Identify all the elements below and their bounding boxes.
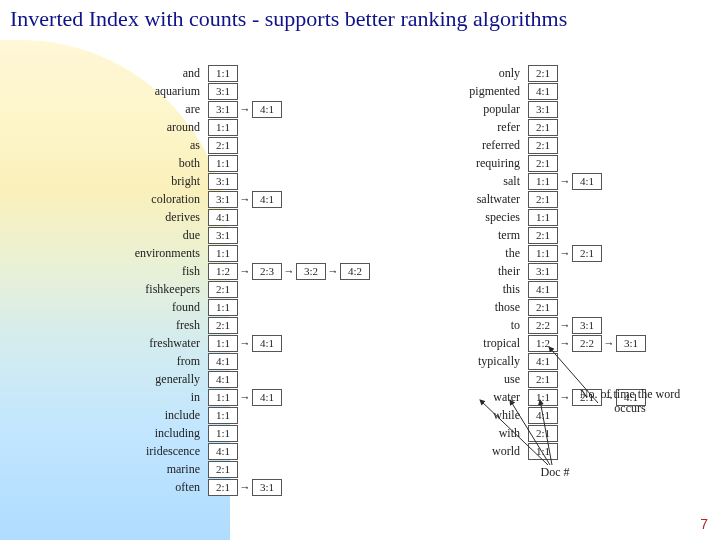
svg-line-3 (540, 400, 552, 465)
note-count-text: No. of time the word occurs (580, 387, 680, 415)
note-docnum-label: Doc # (525, 466, 585, 480)
svg-line-2 (510, 400, 550, 465)
note-docnum-text: Doc # (541, 465, 570, 479)
arrow-to-count (0, 0, 720, 540)
note-count-label: No. of time the word occurs (570, 388, 690, 416)
svg-line-1 (480, 400, 548, 465)
page-number: 7 (700, 516, 708, 532)
